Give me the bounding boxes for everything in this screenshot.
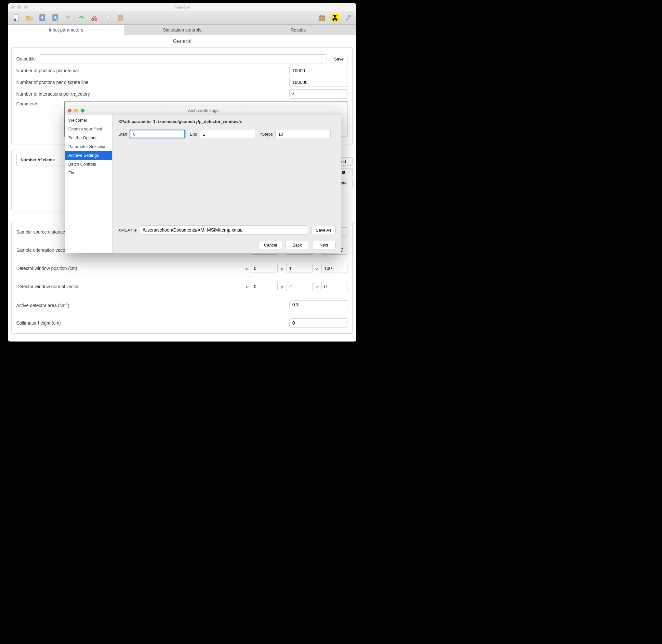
detector-norm-y[interactable] <box>286 282 313 291</box>
tab-results[interactable]: Results <box>240 25 356 35</box>
detector-pos-z[interactable] <box>321 264 348 273</box>
end-input[interactable] <box>200 130 255 138</box>
comments-label: Comments <box>16 101 38 106</box>
svg-rect-10 <box>118 15 123 21</box>
photons-line-input[interactable] <box>289 78 348 87</box>
steps-input[interactable] <box>276 130 331 138</box>
tab-simulation-controls[interactable]: Simulation controls <box>124 25 240 35</box>
copy-icon[interactable] <box>103 14 112 22</box>
xmsa-file-input[interactable] <box>140 225 308 234</box>
xmsa-label: XMSA file <box>118 228 137 233</box>
active-area-suffix: ) <box>68 303 69 308</box>
photons-interval-label: Number of photons per interval <box>16 68 286 73</box>
zoom-icon[interactable] <box>24 5 28 9</box>
interactions-label: Number of interactions per trajectory <box>16 91 286 97</box>
tab-input-parameters[interactable]: Input parameters <box>8 25 124 35</box>
y-label: y: <box>281 266 284 271</box>
cut-icon[interactable] <box>90 14 98 22</box>
x-label: x: <box>246 284 249 289</box>
redo-icon[interactable] <box>77 14 86 22</box>
dialog-sidebar: Welcome! Choose your files! Set the Opti… <box>65 114 113 253</box>
sidebar-item-choose-files[interactable]: Choose your files! <box>65 124 112 133</box>
dialog-main: XPath parameter 1: /xmimsim/geometry/p_d… <box>113 114 341 253</box>
photons-interval-input[interactable] <box>289 66 348 75</box>
xmsa-row: XMSA file Save As <box>118 225 335 234</box>
folder-open-icon[interactable] <box>25 14 33 22</box>
active-area-label: Active detector area (cm2) <box>16 301 286 308</box>
collimator-input[interactable] <box>289 318 348 327</box>
radiation-icon[interactable] <box>331 14 339 22</box>
sidebar-item-archive-settings[interactable]: Archive Settings <box>65 151 112 160</box>
z-label: z: <box>316 266 319 271</box>
detector-pos-label: Detector window position (cm) <box>16 266 242 271</box>
next-button[interactable]: Next <box>312 241 335 249</box>
dialog-footer: Cancel Back Next <box>118 238 335 249</box>
dialog-titlebar: Archive Settings <box>65 107 341 114</box>
package-icon[interactable] <box>318 14 326 22</box>
outputfile-label: Outputfile <box>16 56 36 62</box>
dialog-body: Welcome! Choose your files! Set the Opti… <box>65 114 341 253</box>
elements-header-label: Number of eleme <box>21 157 55 162</box>
tab-label: Simulation controls <box>163 27 201 32</box>
cancel-button[interactable]: Cancel <box>259 241 282 249</box>
xpath-heading: XPath parameter 1: /xmimsim/geometry/p_d… <box>118 119 335 124</box>
paste-icon[interactable] <box>116 14 124 22</box>
window-title: New file <box>8 5 356 10</box>
param-row: Start End #Steps <box>118 130 335 138</box>
section-title-general: General <box>11 38 353 44</box>
detector-norm-z[interactable] <box>321 282 348 291</box>
z-label: z: <box>316 284 319 289</box>
active-area-input[interactable] <box>289 300 348 309</box>
save-as-button[interactable]: Save As <box>311 226 335 234</box>
close-icon[interactable] <box>11 5 15 9</box>
toolbar: + <box>8 11 356 25</box>
sidebar-item-batch-controls[interactable]: Batch Controls <box>65 160 112 168</box>
start-input[interactable] <box>130 130 185 138</box>
minimize-icon[interactable] <box>17 5 21 9</box>
sidebar-item-set-options[interactable]: Set the Options <box>65 133 112 142</box>
back-button[interactable]: Back <box>285 241 309 249</box>
photons-line-label: Number of photons per discrete line <box>16 80 286 85</box>
detector-pos-y[interactable] <box>286 264 313 273</box>
tools-icon[interactable] <box>344 14 352 22</box>
sidebar-item-parameter-selection[interactable]: Parameter Selection <box>65 142 112 151</box>
svg-rect-11 <box>119 15 121 16</box>
detector-pos-x[interactable] <box>251 264 278 273</box>
interactions-input[interactable] <box>289 89 348 98</box>
save-icon[interactable] <box>38 14 47 22</box>
steps-label: #Steps <box>260 132 273 137</box>
svg-point-14 <box>349 15 351 17</box>
tab-label: Input parameters <box>49 27 83 32</box>
sidebar-item-fin[interactable]: Fin <box>65 168 112 177</box>
archive-settings-dialog: Archive Settings Welcome! Choose your fi… <box>65 107 341 253</box>
start-label: Start <box>118 132 127 137</box>
outputfile-save-button[interactable]: Save <box>330 55 348 63</box>
end-label: End <box>190 132 197 137</box>
main-tabs: Input parameters Simulation controls Res… <box>8 25 356 35</box>
outputfile-input[interactable] <box>39 54 327 64</box>
tab-label: Results <box>291 27 306 32</box>
save-as-icon[interactable] <box>51 14 60 22</box>
svg-rect-9 <box>106 15 110 19</box>
traffic-lights <box>11 5 28 9</box>
y-label: y: <box>281 284 284 289</box>
svg-text:+: + <box>14 19 16 21</box>
svg-rect-12 <box>319 16 325 21</box>
undo-icon[interactable] <box>64 14 72 22</box>
active-area-label-text: Active detector area (cm <box>16 303 66 308</box>
dialog-title: Archive Settings <box>65 108 341 113</box>
main-titlebar: New file <box>8 3 356 11</box>
new-file-icon[interactable]: + <box>12 14 21 22</box>
svg-rect-5 <box>56 19 58 21</box>
detector-norm-x[interactable] <box>251 282 278 291</box>
sidebar-item-welcome[interactable]: Welcome! <box>65 116 112 124</box>
x-label: x: <box>246 266 249 271</box>
collimator-label: Collimator height (cm) <box>16 320 286 326</box>
detector-norm-label: Detector window normal vector <box>16 284 242 289</box>
